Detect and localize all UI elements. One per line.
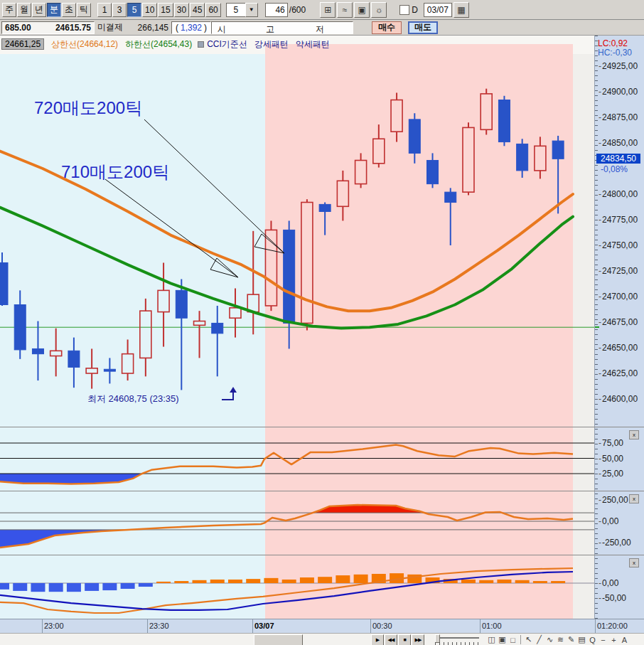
time-tick-label: 23:00 (44, 622, 64, 630)
interval-button-group: 1351015304560 (97, 3, 222, 17)
interval-button-30[interactable]: 30 (174, 3, 189, 17)
high-label: 고 (266, 23, 274, 36)
indicator-add-icon[interactable]: ⊞ (320, 2, 336, 18)
time-axis[interactable]: 23:0023:3003/0700:3001:0001:20:00 (0, 619, 644, 633)
panel2-tick-label: 0,00 (599, 516, 618, 526)
legend-lower-band: 하한선(24654,43) (125, 38, 192, 50)
time-axis-separator (147, 619, 148, 633)
time-tick-label: 01:00 (482, 622, 502, 630)
bar-total-label: /600 (289, 5, 306, 15)
image-export-icon[interactable]: ▤ (576, 634, 587, 645)
zoom-slider[interactable] (431, 634, 482, 645)
cursor-tool-icon[interactable]: ↖ (523, 634, 534, 645)
last-price-badge: 24834,50 (596, 154, 640, 164)
stop-button[interactable]: ■ (398, 634, 411, 645)
compare-chart-icon[interactable]: ≈ (337, 2, 353, 18)
time-tick-label: 03/07 (254, 622, 274, 630)
annotation-sell-710[interactable]: 710매도200틱 (61, 162, 169, 181)
rewind-button[interactable]: ◀◀ (385, 634, 397, 645)
interval-button-60[interactable]: 60 (205, 3, 220, 17)
candle (498, 96, 510, 146)
new-window-icon[interactable]: ◫ (486, 634, 497, 645)
interval-button-45[interactable]: 45 (190, 3, 205, 17)
date-input[interactable]: 03/07 (424, 3, 452, 17)
bottom-toolbar: ▶◀◀■▶▶ ◫▣□↖╱∿≋✎▤Q−+A (0, 633, 644, 645)
interval-button-15[interactable]: 15 (158, 3, 173, 17)
forward-button[interactable]: ▶▶ (412, 634, 424, 645)
save-icon[interactable]: ▣ (354, 2, 370, 18)
open-label: 시 (218, 23, 226, 36)
period-button-년[interactable]: 년 (32, 3, 46, 17)
panel1-close-icon[interactable]: x (629, 430, 639, 439)
period-button-초[interactable]: 초 (62, 3, 76, 17)
day-checkbox-label: D (412, 5, 418, 15)
region-zoom-icon[interactable]: □ (508, 634, 518, 645)
period-button-주[interactable]: 주 (2, 3, 16, 17)
interval-button-10[interactable]: 10 (142, 3, 157, 17)
time-tick-label: 23:30 (149, 622, 169, 630)
horizontal-scrollbar-thumb[interactable] (254, 634, 303, 645)
indicator-panel-oscillator[interactable] (0, 491, 594, 555)
price-tick-label: 24600,00 (599, 394, 638, 404)
price-tick-label: 24900,00 (599, 87, 638, 97)
main-price-chart[interactable]: 720매도200틱 710매도200틱 최저 24608,75 (23:35) (0, 36, 594, 427)
price-tick-label: 24750,00 (599, 240, 638, 250)
panel3-close-icon[interactable]: x (629, 558, 639, 567)
play-button[interactable]: ▶ (371, 634, 384, 645)
panel-divider[interactable] (0, 555, 644, 555)
quote-info-bar: 685.00 24615.75 미결제 266,145 ( 1,392 ) 시 … (0, 20, 644, 36)
panel-divider[interactable] (0, 491, 644, 491)
price-tick-label: 24875,00 (599, 112, 638, 122)
multiplier-dropdown[interactable]: 5 ▼ (226, 3, 258, 17)
time-axis-separator (480, 619, 481, 633)
font-size-icon[interactable]: A (619, 634, 630, 645)
period-button-월[interactable]: 월 (17, 3, 31, 17)
settings-icon[interactable]: ☼ (371, 2, 387, 18)
time-tick-label: 00:30 (372, 622, 392, 630)
day-checkbox[interactable] (399, 5, 409, 15)
interval-button-3[interactable]: 3 (112, 3, 127, 17)
quote-value-1: 685.00 (5, 23, 31, 33)
bar-count-input[interactable]: 46 (265, 3, 288, 17)
sell-button[interactable]: 매도 (408, 21, 438, 34)
annotation-sell-720[interactable]: 720매도200틱 (34, 98, 142, 117)
interval-button-5[interactable]: 5 (127, 3, 141, 17)
period-button-group: 주월년분초틱 (2, 3, 92, 17)
calendar-icon[interactable]: ▦ (454, 2, 469, 18)
chart-legend: 24661,25 상한선(24664,12) 하한선(24654,43) CCI… (1, 38, 337, 50)
pattern-tool-icon[interactable]: ≋ (555, 634, 566, 645)
baseline-value-badge: 24661,25 (1, 38, 44, 50)
panel2-close-icon[interactable]: x (629, 494, 639, 503)
toolbar-icon-group: ⊞≈▣☼ (320, 2, 388, 18)
low-label: 저 (316, 23, 324, 36)
price-quote-box: 685.00 24615.75 (1, 21, 95, 34)
chevron-down-icon[interactable]: ▼ (245, 3, 258, 17)
quote-value-2: 24615.75 (55, 23, 91, 33)
magnifier-icon[interactable]: Q (587, 634, 598, 645)
period-button-틱[interactable]: 틱 (77, 3, 91, 17)
time-axis-separator (370, 619, 371, 633)
price-axis[interactable]: LC:0,92 HC:-0,30 24834,50 -0,08% 24925,0… (594, 36, 644, 619)
cascade-windows-icon[interactable]: ▣ (497, 634, 508, 645)
change-count-value: 1,392 (181, 23, 202, 33)
wave-tool-icon[interactable]: ∿ (544, 634, 555, 645)
paren-close: ) (204, 23, 207, 33)
panel-divider[interactable] (0, 427, 644, 427)
interval-button-1[interactable]: 1 (97, 3, 112, 17)
price-tick-label: 24725,00 (599, 266, 638, 276)
slider-ticks (435, 642, 479, 645)
top-toolbar: 주월년분초틱 1351015304560 5 ▼ 46 /600 ⊞≈▣☼ D … (0, 0, 644, 20)
period-button-분[interactable]: 분 (47, 3, 61, 17)
paren-open: ( (176, 23, 178, 33)
legend-marker-icon (198, 41, 204, 48)
open-interest-label: 미결제 (97, 21, 123, 33)
annotation-tool-icon[interactable]: ✎ (566, 634, 576, 645)
price-tick-label: 24675,00 (599, 317, 638, 327)
annotation-session-low: 최저 24608,75 (23:35) (87, 393, 179, 404)
indicator-panel-cci[interactable] (0, 427, 594, 491)
indicator-panel-macd[interactable] (0, 555, 594, 619)
zoom-in-icon[interactable]: + (608, 634, 619, 645)
buy-button[interactable]: 매수 (372, 21, 402, 34)
zoom-out-icon[interactable]: − (598, 634, 608, 645)
trendline-tool-icon[interactable]: ╱ (534, 634, 544, 645)
